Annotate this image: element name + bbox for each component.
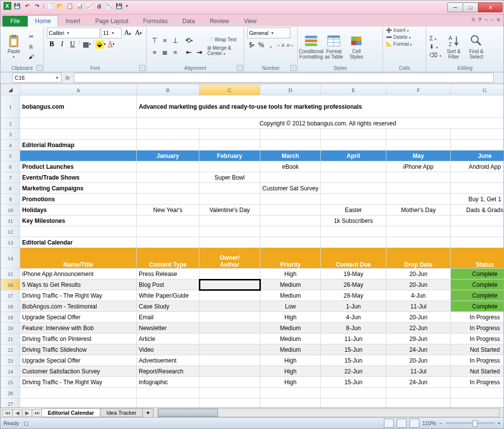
clipboard-launcher[interactable]: ⌐ xyxy=(36,65,42,71)
align-right-button[interactable]: ≡ xyxy=(170,48,180,58)
tab-next-button[interactable]: ▶ xyxy=(22,409,32,417)
underline-button[interactable]: U xyxy=(67,39,77,49)
row-header-2[interactable]: 2 xyxy=(1,118,20,129)
align-bottom-button[interactable]: ⊥ xyxy=(170,36,180,46)
row-header-16[interactable]: 16 xyxy=(1,279,20,290)
font-launcher[interactable]: ⌐ xyxy=(139,65,145,71)
align-top-button[interactable]: ⊤ xyxy=(150,36,159,46)
fill-color-button[interactable]: ⬙▾ xyxy=(96,39,106,49)
row-header-1[interactable]: 1 xyxy=(1,95,20,118)
autosum-button[interactable]: Σ ▾ xyxy=(429,35,441,42)
name-box[interactable]: C16▼ xyxy=(12,73,62,83)
tab-view[interactable]: View xyxy=(237,15,264,27)
row-header-5[interactable]: 5 xyxy=(1,151,20,161)
copy-icon[interactable]: 📋 xyxy=(66,2,74,10)
row-header-24[interactable]: 24 xyxy=(1,366,20,377)
increase-indent-button[interactable]: ⇥ xyxy=(194,48,204,58)
minimize-ribbon-icon[interactable]: ᐱ xyxy=(472,17,475,23)
row-header-8[interactable]: 8 xyxy=(1,183,20,194)
orientation-button[interactable]: ⟲▾ xyxy=(184,36,194,46)
copy-button[interactable]: ⎘ xyxy=(26,42,36,51)
border-button[interactable]: ▦▾ xyxy=(82,39,92,49)
horizontal-scrollbar[interactable] xyxy=(158,408,500,417)
alignment-launcher[interactable]: ⌐ xyxy=(237,65,243,71)
column-header-C[interactable]: C xyxy=(199,85,260,95)
open-icon[interactable]: 📂 xyxy=(56,2,64,10)
row-header-10[interactable]: 10 xyxy=(1,205,20,215)
tab-data[interactable]: Data xyxy=(175,15,202,27)
row-header-3[interactable]: 3 xyxy=(1,129,20,140)
new-sheet-button[interactable]: ✦ xyxy=(142,408,154,418)
row-header-15[interactable]: 15 xyxy=(1,269,20,279)
tab-page-layout[interactable]: Page Layout xyxy=(88,15,135,27)
row-header-22[interactable]: 22 xyxy=(1,344,20,355)
number-launcher[interactable]: ⌐ xyxy=(290,65,296,71)
tab-insert[interactable]: Insert xyxy=(58,15,88,27)
italic-button[interactable]: I xyxy=(57,39,67,49)
align-left-button[interactable]: ≡ xyxy=(150,48,159,58)
percent-button[interactable]: % xyxy=(257,40,266,50)
row-header-4[interactable]: 4 xyxy=(1,140,20,151)
tab-home[interactable]: Home xyxy=(28,15,58,27)
zoom-level[interactable]: 110% xyxy=(422,420,436,426)
format-painter-button[interactable]: 🖌 xyxy=(26,52,36,61)
help-icon[interactable]: ? xyxy=(478,17,482,23)
comma-button[interactable]: , xyxy=(266,40,275,50)
row-header-21[interactable]: 21 xyxy=(1,334,20,344)
sheet-tab-idea-tracker[interactable]: Idea Tracker xyxy=(100,408,143,417)
new-icon[interactable]: 📄 xyxy=(46,2,54,10)
column-header-G[interactable]: G xyxy=(451,85,504,95)
decrease-indent-button[interactable]: ⇤ xyxy=(184,48,194,58)
row-header-25[interactable]: 25 xyxy=(1,377,20,388)
save-icon[interactable]: 💾 xyxy=(13,2,21,10)
tab-last-button[interactable]: ⏭ xyxy=(32,409,42,417)
tab-first-button[interactable]: ⏮ xyxy=(2,409,12,417)
close-button[interactable]: ✕ xyxy=(478,2,503,12)
delete-cells-button[interactable]: ➖ Delete ▾ xyxy=(386,34,423,40)
print-icon[interactable]: 🖨 xyxy=(95,2,103,10)
insert-cells-button[interactable]: ➕ Insert ▾ xyxy=(386,28,423,33)
zoom-out-button[interactable]: − xyxy=(439,420,442,426)
formula-input[interactable] xyxy=(74,73,494,83)
format-cells-button[interactable]: 📐 Format ▾ xyxy=(386,41,423,47)
align-center-button[interactable]: ≣ xyxy=(160,48,170,58)
increase-decimal-button[interactable]: ←.0 xyxy=(276,40,284,50)
column-header-D[interactable]: D xyxy=(260,85,321,95)
currency-button[interactable]: $▾ xyxy=(247,40,256,50)
merge-center-button[interactable]: ⊞ Merge & Center ▾ xyxy=(207,45,241,56)
wrap-text-button[interactable]: 📄 Wrap Text xyxy=(207,37,241,42)
window-restore-icon[interactable]: ▫ xyxy=(491,17,493,23)
find-select-button[interactable]: Find & Select xyxy=(466,34,487,60)
row-header-9[interactable]: 9 xyxy=(1,194,20,205)
save2-icon[interactable]: 💾 xyxy=(115,2,123,10)
undo-icon[interactable]: ↶ xyxy=(23,2,31,10)
minimize-button[interactable]: ─ xyxy=(447,2,463,12)
tab-review[interactable]: Review xyxy=(202,15,236,27)
macro-record-icon[interactable]: ▢ xyxy=(24,420,29,426)
row-header-18[interactable]: 18 xyxy=(1,301,20,312)
grow-font-button[interactable]: A▴ xyxy=(123,28,132,38)
format-as-table-button[interactable]: Format as Table xyxy=(323,34,344,60)
zoom-in-button[interactable]: + xyxy=(498,420,501,426)
align-middle-button[interactable]: ≡ xyxy=(160,36,170,46)
sheet-tab-editorial-calendar[interactable]: Editorial Calendar xyxy=(41,408,100,417)
chart-icon[interactable]: 📊 xyxy=(76,2,84,10)
decrease-decimal-button[interactable]: .0→ xyxy=(285,40,294,50)
worksheet[interactable]: ◢ABCDEFG1bobangus.comAdvanced marketing … xyxy=(0,84,504,418)
font-name-combo[interactable]: Calibri▼ xyxy=(47,28,100,38)
shrink-font-button[interactable]: A▾ xyxy=(133,28,143,38)
file-tab[interactable]: File xyxy=(2,16,28,27)
zoom-slider[interactable] xyxy=(445,422,495,424)
maximize-button[interactable]: □ xyxy=(463,2,478,12)
fill-button[interactable]: ⬇ ▾ xyxy=(429,43,441,50)
normal-view-button[interactable] xyxy=(384,419,394,428)
row-header-26[interactable]: 26 xyxy=(1,388,20,398)
column-header-A[interactable]: A xyxy=(20,85,137,95)
paste-button[interactable]: Paste▾ xyxy=(3,34,24,59)
page-break-view-button[interactable] xyxy=(410,419,419,428)
row-header-19[interactable]: 19 xyxy=(1,312,20,323)
bold-button[interactable]: B xyxy=(47,39,57,49)
row-header-20[interactable]: 20 xyxy=(1,323,20,334)
row-header-7[interactable]: 7 xyxy=(1,172,20,183)
cut-button[interactable]: ✂ xyxy=(26,32,36,41)
